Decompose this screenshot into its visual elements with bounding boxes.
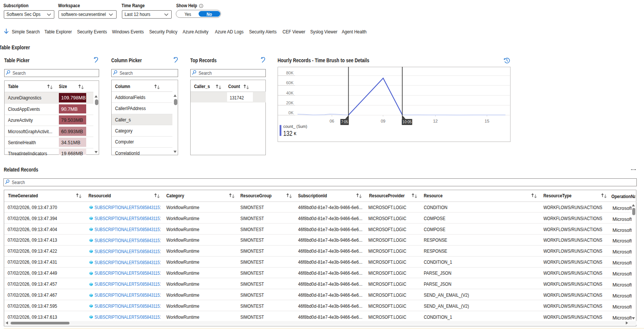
- svg-text:20K: 20K: [286, 100, 294, 105]
- svg-text:0K: 0K: [288, 110, 294, 115]
- svg-text:09: 09: [381, 119, 385, 123]
- svg-text:60K: 60K: [286, 80, 294, 85]
- svg-text:40K: 40K: [286, 90, 294, 95]
- svg-text:7:05: 7:05: [341, 120, 348, 124]
- svg-text:06: 06: [330, 119, 334, 123]
- svg-text:12: 12: [433, 119, 437, 123]
- svg-text:10:05: 10:05: [402, 120, 412, 124]
- svg-text:15: 15: [485, 119, 489, 123]
- svg-text:count_ (Sum): count_ (Sum): [283, 124, 307, 129]
- svg-text:80K: 80K: [286, 71, 294, 75]
